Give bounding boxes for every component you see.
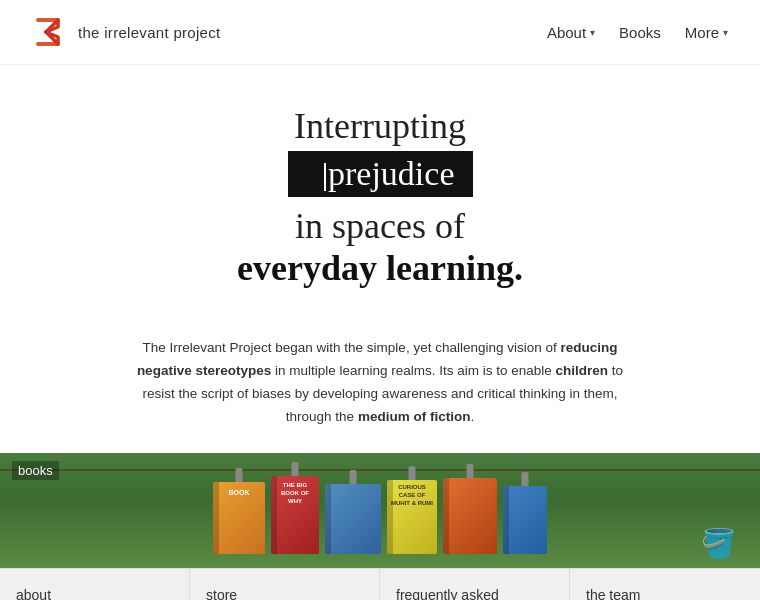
text-cursor	[324, 163, 326, 191]
hero-highlight-word: prejudice	[288, 151, 473, 197]
clip	[236, 468, 243, 482]
tile-team[interactable]: the team	[570, 569, 760, 600]
watering-can-icon: 🪣	[701, 527, 736, 560]
nav-about[interactable]: About ▾	[547, 24, 595, 41]
hero-line-1: Interrupting	[40, 105, 720, 147]
desc-text-2: in multiple learning realms. Its aim is …	[271, 363, 555, 378]
tile-about-label: about	[16, 587, 173, 600]
brand-name: the irrelevant project	[78, 24, 221, 41]
clip	[522, 472, 529, 486]
books-row: BOOK THE BIG BOOK OF WHY CURIOUS CASE OF…	[193, 456, 567, 564]
clip	[350, 470, 357, 484]
book-item	[325, 484, 381, 554]
tile-store[interactable]: store 🛒	[190, 569, 380, 600]
tile-faq-label: frequently asked questions	[396, 587, 553, 600]
nav-books[interactable]: Books	[619, 24, 661, 41]
book-item: CURIOUS CASE OF MUHIT & RUMI	[387, 480, 437, 554]
hero-line-2: in spaces of	[40, 205, 720, 247]
logo-icon	[32, 14, 68, 50]
chevron-down-icon: ▾	[590, 27, 595, 38]
logo-link[interactable]: the irrelevant project	[32, 14, 221, 50]
nav-more[interactable]: More ▾	[685, 24, 728, 41]
book-item: THE BIG BOOK OF WHY	[271, 476, 319, 554]
hero-description: The Irrelevant Project began with the si…	[130, 337, 630, 429]
clip	[409, 466, 416, 480]
footer-tiles: about store 🛒 frequently asked questions…	[0, 568, 760, 600]
tile-faq[interactable]: frequently asked questions	[380, 569, 570, 600]
hero-section: Interrupting prejudice in spaces of ever…	[0, 65, 760, 309]
book-item: BOOK	[213, 482, 265, 554]
tile-store-label: store	[206, 587, 363, 600]
clip	[292, 462, 299, 476]
desc-text-1: The Irrelevant Project began with the si…	[143, 340, 561, 355]
desc-bold-2: children	[556, 363, 609, 378]
navbar: the irrelevant project About ▾ Books Mor…	[0, 0, 760, 65]
chevron-down-icon-more: ▾	[723, 27, 728, 38]
clothesline	[0, 469, 760, 471]
tile-about[interactable]: about	[0, 569, 190, 600]
desc-text-4: .	[470, 409, 474, 424]
tile-team-label: the team	[586, 587, 744, 600]
books-label: books	[12, 461, 59, 480]
book-item	[443, 478, 497, 554]
book-item	[503, 486, 547, 554]
hero-line-3: everyday learning.	[40, 247, 720, 289]
nav-links: About ▾ Books More ▾	[547, 24, 728, 41]
books-strip[interactable]: books BOOK THE BIG BOOK OF WHY	[0, 453, 760, 568]
clip	[467, 464, 474, 478]
desc-bold-3: medium of fiction	[358, 409, 471, 424]
